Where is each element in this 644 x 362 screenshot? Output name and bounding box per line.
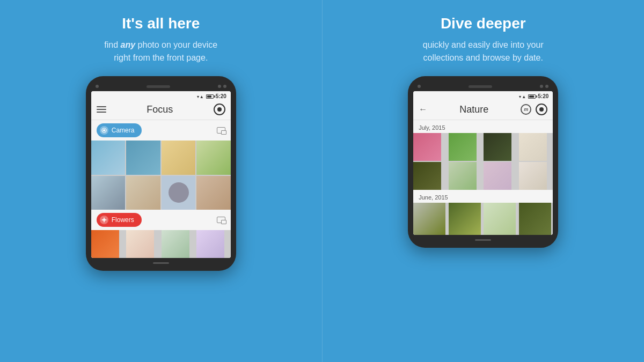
nature-photo-6 [449, 162, 477, 190]
flowers-pill-label: Flowers [112, 216, 134, 224]
speaker-right [469, 85, 492, 88]
date-section-june: June, 2015 [413, 190, 553, 203]
app-title-left: Focus [147, 104, 173, 115]
nature-bar-right: m [521, 104, 547, 115]
nature-photo-1 [413, 133, 441, 161]
svg-point-2 [103, 219, 105, 221]
phone-notch-left [91, 84, 231, 91]
nature-photo-4 [519, 133, 547, 161]
camera-dot-right [418, 85, 421, 88]
screen-left: ▾ ▲ 5:20 Focus [91, 91, 231, 258]
flower-photo-1 [91, 230, 119, 258]
phone-right: ▾ ▲ 5:20 ← Nature m July, 2015 [408, 76, 558, 248]
category-row-camera: Camera [91, 120, 231, 141]
photo-cell-6 [126, 176, 160, 210]
left-subtitle: find any photo on your deviceright from … [104, 39, 217, 64]
svg-point-6 [105, 219, 106, 220]
photo-grid-camera [91, 141, 231, 210]
camera-pill-label: Camera [112, 127, 135, 134]
nature-photo-5 [413, 162, 441, 190]
june-photo-3 [484, 203, 516, 235]
sensor-dot-2 [223, 85, 226, 88]
nature-grid-july [413, 133, 553, 190]
phone-left: ▾ ▲ 5:20 Focus [86, 76, 236, 271]
nature-photo-3 [484, 133, 511, 161]
flower-photo-2 [126, 230, 154, 258]
phone-bottom-bar-left [91, 260, 231, 265]
right-panel: Dive deeper quickly and easily dive into… [323, 0, 645, 362]
m-icon[interactable]: m [521, 104, 531, 115]
battery-right [528, 94, 536, 99]
battery-left [206, 94, 214, 99]
flowers-pill-icon [100, 216, 108, 224]
hamburger-icon[interactable] [97, 106, 106, 113]
svg-point-3 [104, 218, 105, 219]
june-photo-2 [449, 203, 481, 235]
phone-notch-right [413, 84, 553, 91]
camera-pill[interactable]: Camera [97, 123, 142, 137]
expand-icon-flowers[interactable] [217, 217, 225, 223]
june-photo-4 [519, 203, 551, 235]
right-title: Dive deeper [441, 15, 526, 32]
phone-bottom-bar-right [413, 237, 553, 242]
photo-cell-2 [126, 141, 160, 175]
nature-photo-8 [519, 162, 547, 190]
photo-cell-3 [162, 141, 196, 175]
photo-cell-7 [162, 176, 196, 210]
flowers-pill[interactable]: Flowers [97, 213, 142, 227]
camera-pill-icon [100, 126, 108, 135]
june-photo-1 [413, 203, 445, 235]
photo-grid-flowers [91, 230, 231, 258]
right-subtitle: quickly and easily dive into yourcollect… [423, 39, 544, 64]
svg-point-4 [104, 221, 105, 223]
flower-photo-4 [196, 230, 224, 258]
camera-shutter-right[interactable] [536, 104, 547, 115]
photo-cell-1 [91, 141, 126, 175]
speaker-left [147, 85, 170, 88]
wifi-icon-right: ▾ ▲ [519, 94, 526, 99]
screen-right: ▾ ▲ 5:20 ← Nature m July, 2015 [413, 91, 553, 235]
sensor-dot-1 [218, 85, 221, 88]
svg-point-5 [101, 219, 103, 220]
status-time-right: 5:20 [538, 93, 548, 99]
photo-cell-5 [91, 176, 126, 210]
nature-app-title: Nature [459, 104, 488, 115]
svg-point-1 [103, 129, 105, 131]
back-arrow[interactable]: ← [419, 105, 427, 114]
category-row-flowers: Flowers [91, 210, 231, 230]
nature-app-bar: ← Nature m [413, 100, 553, 120]
photo-cell-4 [196, 141, 231, 175]
app-bar-left: Focus [91, 100, 231, 120]
sensor-dot-4 [545, 85, 548, 88]
nature-photo-7 [484, 162, 511, 190]
expand-icon-camera[interactable] [217, 127, 225, 134]
status-bar-left: ▾ ▲ 5:20 [91, 91, 231, 100]
nature-photo-2 [449, 133, 477, 161]
nature-grid-june [413, 203, 553, 235]
sensor-dot-3 [540, 85, 543, 88]
flower-photo-3 [162, 230, 189, 258]
left-title: It's all here [122, 15, 200, 32]
photo-cell-8 [196, 176, 231, 210]
camera-dot-left [96, 85, 99, 88]
camera-shutter-left[interactable] [214, 104, 225, 115]
status-time-left: 5:20 [216, 93, 226, 99]
left-panel: It's all here find any photo on your dev… [0, 0, 322, 362]
date-section-july: July, 2015 [413, 120, 553, 133]
wifi-icon-left: ▾ ▲ [197, 94, 204, 99]
status-bar-right: ▾ ▲ 5:20 [413, 91, 553, 100]
